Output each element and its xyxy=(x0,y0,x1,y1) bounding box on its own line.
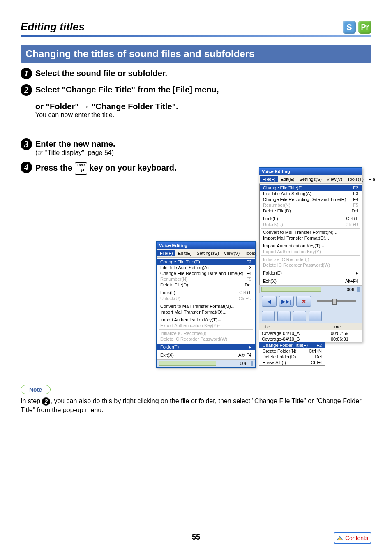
badge-s: S xyxy=(343,21,356,34)
menu-item[interactable]: Folder(F)▸ xyxy=(157,344,255,350)
step3-xref: (☞ "Title display", page 54) xyxy=(35,149,114,156)
menu-item[interactable]: Lock(L)Ctrl+L xyxy=(157,290,255,295)
menu-item: Initialize IC Recorder(I) xyxy=(260,256,362,262)
menu-item[interactable]: Change File Recording Date and Time(R)F4 xyxy=(260,196,362,202)
menu-edit[interactable]: Edit(E) xyxy=(175,250,194,256)
section-heading: Changing the titles of sound files and s… xyxy=(21,45,371,63)
tool-1[interactable] xyxy=(262,311,275,321)
menu-item[interactable]: Import Authentication Key(T)··· xyxy=(157,317,255,323)
tool-4[interactable] xyxy=(309,311,322,321)
menu-item: Delete IC Recorder Password(W) xyxy=(157,336,255,342)
enter-key-icon: Enter xyxy=(75,162,87,175)
menu-item[interactable]: Delete Folder(D)Del xyxy=(259,354,325,360)
step3-text: Enter the new name. xyxy=(35,139,115,148)
progress-right: 006 xyxy=(259,285,362,293)
menu-item[interactable]: File Title Auto Setting(A)F3 xyxy=(157,265,255,270)
menubar-right: File(F) Edit(E) Settings(S) View(V) Tool… xyxy=(259,175,362,184)
menu-settings[interactable]: Settings(S) xyxy=(194,250,221,256)
voice-editing-window-right: Voice Editing File(F) Edit(E) Settings(S… xyxy=(259,167,362,342)
menu-item[interactable]: Change Folder Title(F)F2 xyxy=(259,342,325,348)
note-step-ref: 2 xyxy=(42,397,50,406)
window-title-left: Voice Editing xyxy=(157,242,255,249)
page-title: Editing titles xyxy=(21,21,85,33)
menu-edit-r[interactable]: Edit(E) xyxy=(278,176,297,182)
step-badge-2: 2 xyxy=(21,84,32,96)
contents-icon xyxy=(336,534,344,542)
menu-item[interactable]: Import Mail Transfer Format(O)... xyxy=(260,235,362,241)
file-menu-right: Change File Title(F)F2File Title Auto Se… xyxy=(259,184,362,285)
step1-text: Select the sound file or subfolder. xyxy=(35,69,167,78)
menu-item: Unlock(U)Ctrl+U xyxy=(157,295,255,301)
menu-item: Export Authentication Key(Y)··· xyxy=(157,323,255,328)
file-list-header: TitleTime xyxy=(259,323,362,330)
tool-row xyxy=(259,309,362,323)
contents-button[interactable]: Contents xyxy=(334,532,371,544)
menu-item: Renumber(N)F5 xyxy=(260,202,362,208)
page-number: 55 xyxy=(0,533,392,542)
menu-item[interactable]: Lock(L)Ctrl+L xyxy=(260,216,362,222)
menu-item[interactable]: Change File Recording Date and Time(R)F4 xyxy=(157,270,255,276)
menu-item[interactable]: Convert to Mail Transfer Format(M)... xyxy=(260,229,362,235)
step4-text-a: Press the xyxy=(35,163,75,172)
menu-file[interactable]: File(F) xyxy=(157,250,175,256)
menu-item[interactable]: Erase All (I)Ctrl+I xyxy=(259,360,325,365)
tool-2[interactable] xyxy=(277,311,291,321)
menubar-left: File(F) Edit(E) Settings(S) View(V) Tool… xyxy=(157,249,255,258)
step2-text-b: or "Folder" → "Change Folder Title". xyxy=(35,102,178,111)
menu-item[interactable]: Create Folder(N)Ctrl+N xyxy=(259,348,325,354)
menu-item: Renumber(N)F5 xyxy=(157,276,255,282)
badge-pr: Pr xyxy=(358,21,371,34)
progress-left: 006 xyxy=(157,359,255,367)
file-row[interactable]: Coverage-04/10_A00:07:59 xyxy=(259,330,362,336)
menu-item[interactable]: Import Authentication Key(T)··· xyxy=(260,243,362,249)
menu-item[interactable]: Delete File(D)Del xyxy=(260,208,362,214)
prev-button[interactable]: ◀ xyxy=(262,296,277,307)
player-bar: ◀ ▶▶| ✖ xyxy=(259,293,362,309)
menu-item[interactable]: Delete File(D)Del xyxy=(157,282,255,288)
tool-3[interactable] xyxy=(293,311,306,321)
menu-item[interactable]: Change File Title(F)F2 xyxy=(157,259,255,265)
menu-item: Unlock(U)Ctrl+U xyxy=(260,222,362,227)
menu-item[interactable]: Exit(X)Alt+F4 xyxy=(260,278,362,284)
menu-item: Delete IC Recorder Password(W) xyxy=(260,262,362,268)
note-text: In step 2, you can also do this by right… xyxy=(21,397,371,414)
menu-item[interactable]: Exit(X)Alt+F4 xyxy=(157,352,255,358)
menu-item[interactable]: Convert to Mail Transfer Format(M)... xyxy=(157,303,255,309)
menu-item[interactable]: Change File Title(F)F2 xyxy=(260,185,362,191)
step2-sub: You can now enter the title. xyxy=(35,111,114,118)
title-underline xyxy=(21,35,371,37)
step-badge-4: 4 xyxy=(21,162,32,173)
menu-view-r[interactable]: View(V) xyxy=(324,176,345,182)
folder-submenu: Change Folder Title(F)F2Create Folder(N)… xyxy=(259,342,325,366)
close-button[interactable]: ✖ xyxy=(296,296,311,307)
step-badge-1: 1 xyxy=(21,68,32,79)
menu-item[interactable]: Import Mail Transfer Format(O)... xyxy=(157,309,255,315)
menu-item: Export Authentication Key(Y)··· xyxy=(260,249,362,254)
play-next-button[interactable]: ▶▶| xyxy=(279,296,294,307)
menu-file-r[interactable]: File(F) xyxy=(260,176,278,182)
window-title-right: Voice Editing xyxy=(259,168,362,175)
menu-play-r[interactable]: Pla xyxy=(366,176,378,182)
menu-tools-r[interactable]: Tools(T) xyxy=(345,176,366,182)
file-row[interactable]: Coverage-04/10_B00:06:01 xyxy=(259,336,362,342)
note-label: Note xyxy=(21,385,51,394)
menu-view[interactable]: View(V) xyxy=(221,250,242,256)
volume-slider[interactable] xyxy=(317,300,356,302)
menu-item[interactable]: Folder(E)▸ xyxy=(260,270,362,276)
step2-text-a: Select "Change File Title" from the [Fil… xyxy=(35,85,219,94)
menu-item[interactable]: File Title Auto Setting(A)F3 xyxy=(260,191,362,196)
menu-item: Initialize IC Recorder(I) xyxy=(157,330,255,336)
voice-editing-window-left: Voice Editing File(F) Edit(E) Settings(S… xyxy=(156,241,256,368)
step-badge-3: 3 xyxy=(21,138,32,150)
file-menu-left: Change File Title(F)F2File Title Auto Se… xyxy=(157,258,255,359)
menu-settings-r[interactable]: Settings(S) xyxy=(297,176,324,182)
